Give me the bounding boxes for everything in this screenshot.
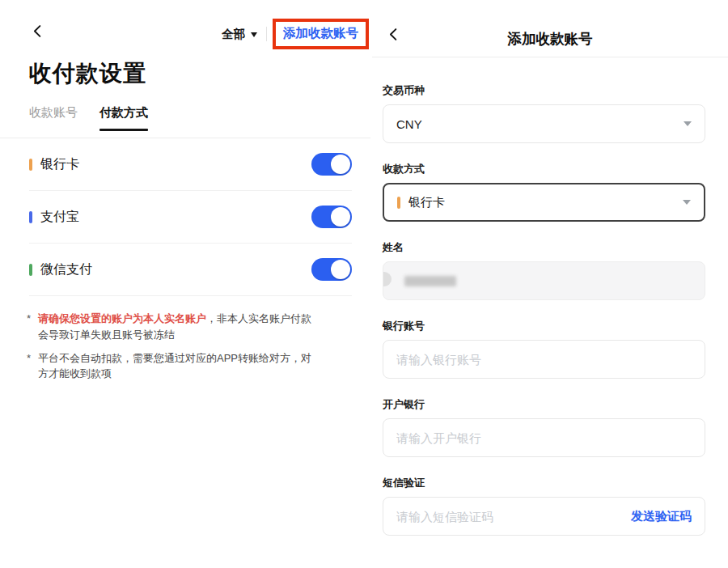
redaction-artifact <box>383 272 392 286</box>
note-manual-transfer: *平台不会自动扣款，需要您通过对应的APP转账给对方，对方才能收到款项 <box>27 350 311 383</box>
bank-account-box <box>383 340 705 379</box>
note-real-name-warning: *请确保您设置的账户为本人实名账户，非本人实名账户付款会导致订单失败且账号被冻结 <box>27 311 311 343</box>
screen-title: 添加收款账号 <box>372 29 728 49</box>
caret-down-icon <box>251 32 257 37</box>
filter-dropdown-label: 全部 <box>222 27 245 42</box>
bank-card-toggle[interactable] <box>311 153 352 176</box>
back-button[interactable] <box>28 23 47 42</box>
name-label: 姓名 <box>383 240 705 255</box>
method-label: 银行卡 <box>40 156 311 173</box>
bank-branch-box <box>383 418 705 457</box>
payment-method-list: 银行卡 支付宝 微信支付 <box>29 138 352 296</box>
caret-down-icon <box>683 200 691 205</box>
currency-select[interactable]: CNY <box>383 104 705 143</box>
toggle-knob <box>331 207 350 227</box>
sms-box: 发送验证码 <box>383 497 705 536</box>
add-account-button[interactable]: 添加收款账号 <box>283 26 358 40</box>
bank-account-input[interactable] <box>396 353 692 367</box>
right-header: 添加收款账号 <box>372 0 728 57</box>
sms-label: 短信验证 <box>383 476 705 490</box>
method-select-marker <box>397 197 400 209</box>
note-marker: * <box>27 350 31 367</box>
wechat-pay-toggle[interactable] <box>311 258 352 281</box>
header-divider <box>266 27 267 41</box>
method-marker <box>29 211 32 223</box>
caret-down-icon <box>684 121 692 126</box>
footnotes: *请确保您设置的账户为本人实名账户，非本人实名账户付款会导致订单失败且账号被冻结… <box>27 311 311 389</box>
currency-label: 交易币种 <box>383 83 705 98</box>
method-row-alipay: 支付宝 <box>29 191 352 244</box>
method-label: 收款方式 <box>383 162 705 176</box>
method-label: 支付宝 <box>40 209 311 226</box>
filter-dropdown[interactable]: 全部 <box>222 27 257 42</box>
bank-branch-label: 开户银行 <box>383 397 705 412</box>
method-label: 微信支付 <box>40 261 311 278</box>
sms-code-input[interactable] <box>396 510 623 523</box>
name-field <box>383 261 705 300</box>
alipay-toggle[interactable] <box>311 206 352 228</box>
method-select[interactable]: 银行卡 <box>383 183 705 222</box>
add-account-form: 交易币种 CNY 收款方式 银行卡 姓名 银行账号 <box>383 57 705 536</box>
tab-bar: 收款账号 付款方式 <box>29 105 148 131</box>
method-value: 银行卡 <box>408 195 445 210</box>
left-header: 全部 添加收款账号 <box>0 15 370 53</box>
method-row-bank-card: 银行卡 <box>29 138 352 191</box>
method-marker <box>29 264 32 276</box>
send-code-button[interactable]: 发送验证码 <box>631 509 692 524</box>
redacted-name-value <box>404 276 456 286</box>
payment-settings-screen: 全部 添加收款账号 收付款设置 收款账号 付款方式 银行卡 <box>0 0 370 568</box>
note-text: 平台不会自动扣款，需要您通过对应的APP转账给对方，对方才能收到款项 <box>38 352 311 380</box>
method-marker <box>29 159 32 171</box>
page-title: 收付款设置 <box>29 58 146 89</box>
tab-payment-methods[interactable]: 付款方式 <box>99 105 148 131</box>
chevron-left-icon <box>31 24 44 41</box>
currency-value: CNY <box>396 117 422 131</box>
annotation-highlight-box: 添加收款账号 <box>273 19 369 49</box>
method-row-wechat-pay: 微信支付 <box>29 244 352 296</box>
note-marker: * <box>27 311 31 327</box>
toggle-knob <box>331 155 350 174</box>
toggle-knob <box>331 260 350 279</box>
screenshot-root: 全部 添加收款账号 收付款设置 收款账号 付款方式 银行卡 <box>0 0 728 568</box>
bank-branch-input[interactable] <box>396 431 692 445</box>
bank-account-label: 银行账号 <box>383 319 705 333</box>
add-account-screen: 添加收款账号 交易币种 CNY 收款方式 银行卡 姓名 银行账号 <box>372 0 728 568</box>
note-emphasis: 请确保您设置的账户为本人实名账户 <box>38 312 206 324</box>
tab-receive-accounts[interactable]: 收款账号 <box>29 105 78 131</box>
